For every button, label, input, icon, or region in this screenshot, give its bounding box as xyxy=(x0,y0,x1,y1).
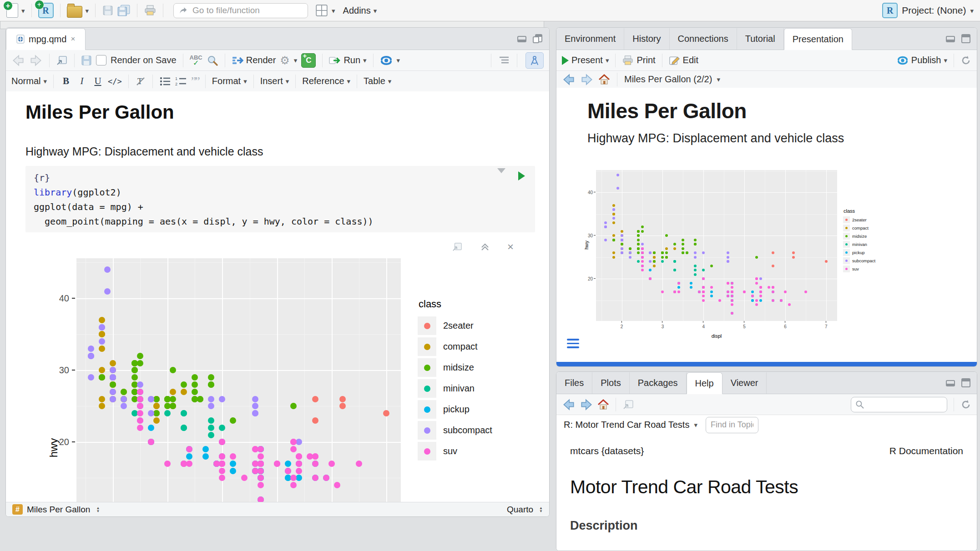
data-point-midsize xyxy=(192,381,198,388)
insert-menu[interactable]: Insert▾ xyxy=(260,76,289,86)
doc-mode-selector[interactable]: Quarto xyxy=(507,505,533,515)
render-button[interactable]: Render xyxy=(232,55,276,65)
doc-mode-arrows-icon[interactable]: ▲▼ xyxy=(539,506,543,513)
tab-label: Packages xyxy=(638,378,678,388)
tab-history[interactable]: History xyxy=(624,28,669,50)
tab-connections[interactable]: Connections xyxy=(670,28,737,50)
present-button[interactable]: Present ▾ xyxy=(562,55,609,65)
topic-caret[interactable]: ▾ xyxy=(694,421,697,428)
maximize-pane-icon[interactable] xyxy=(533,34,543,43)
help-back-icon[interactable] xyxy=(562,399,576,411)
format-menu[interactable]: Format▾ xyxy=(212,76,247,86)
tab-mpg-qmd[interactable]: mpg.qmd × xyxy=(6,28,86,50)
outline-selector[interactable]: Miles Per Gallon xyxy=(27,505,90,515)
new-project-icon[interactable]: R+ xyxy=(38,3,54,18)
outline-selector-arrows-icon[interactable]: ▲▼ xyxy=(96,506,100,513)
minimize-pane-icon[interactable] xyxy=(946,35,956,43)
slide-menu-icon[interactable] xyxy=(567,339,579,351)
find-in-topic-input[interactable] xyxy=(706,417,758,433)
numbered-list-icon[interactable]: 12 xyxy=(175,76,187,86)
data-point-midsize xyxy=(661,251,664,254)
topic-selector[interactable]: R: Motor Trend Car Road Tests xyxy=(564,420,689,430)
minimize-pane-icon[interactable] xyxy=(517,35,527,43)
new-file-caret[interactable]: ▾ xyxy=(21,7,25,14)
slide-forward-icon[interactable] xyxy=(580,74,594,85)
show-in-window-icon[interactable] xyxy=(622,399,634,410)
italic-button[interactable]: I xyxy=(76,75,88,87)
addins-menu[interactable]: Addins ▾ xyxy=(343,5,377,16)
tab-tutorial[interactable]: Tutorial xyxy=(737,28,784,50)
run-menu[interactable]: Run ▾ xyxy=(329,55,366,65)
underline-button[interactable]: U xyxy=(92,75,104,87)
tab-files[interactable]: Files xyxy=(556,372,592,394)
popout-plot-icon[interactable] xyxy=(452,242,463,252)
pane-resize-divider[interactable] xyxy=(556,362,977,366)
rerun-caret[interactable]: ▾ xyxy=(397,57,400,64)
open-file-caret[interactable]: ▾ xyxy=(86,7,89,14)
project-menu[interactable]: R Project: (None) ▾ xyxy=(882,3,974,18)
open-in-window-icon[interactable] xyxy=(56,55,68,66)
document-canvas[interactable]: Miles Per Gallon Highway MPG: Displaceme… xyxy=(6,91,549,502)
help-search-input[interactable] xyxy=(867,399,942,410)
save-icon[interactable] xyxy=(102,5,114,16)
help-search-box[interactable] xyxy=(851,397,947,412)
refresh-icon[interactable] xyxy=(960,55,971,66)
clear-output-icon[interactable]: × xyxy=(507,241,514,252)
print-button[interactable]: Print xyxy=(622,55,655,66)
render-settings-caret[interactable]: ▾ xyxy=(294,57,298,64)
visual-editor-toggle-icon[interactable] xyxy=(525,52,544,69)
tab-presentation[interactable]: Presentation xyxy=(784,28,852,50)
new-file-icon[interactable]: + xyxy=(6,3,18,18)
render-on-save-checkbox[interactable] xyxy=(96,55,106,65)
goto-file-input[interactable] xyxy=(192,5,298,16)
panes-layout-caret[interactable]: ▾ xyxy=(332,7,335,14)
open-file-icon[interactable] xyxy=(67,4,82,18)
help-forward-icon[interactable] xyxy=(580,399,593,411)
panes-layout-icon[interactable] xyxy=(315,4,328,17)
print-icon[interactable] xyxy=(144,5,157,16)
outline-toggle-icon[interactable] xyxy=(498,55,510,65)
tab-viewer[interactable]: Viewer xyxy=(722,372,767,394)
help-refresh-icon[interactable] xyxy=(960,399,971,410)
home-icon[interactable] xyxy=(598,74,610,85)
help-pane: Files Plots Packages Help Viewer R: Moto… xyxy=(556,371,977,551)
edit-button[interactable]: Edit xyxy=(669,55,698,66)
bullet-list-icon[interactable] xyxy=(159,76,171,86)
minimize-pane-icon[interactable] xyxy=(946,379,956,387)
tab-help[interactable]: Help xyxy=(687,372,722,394)
save-all-icon[interactable] xyxy=(117,4,131,17)
forward-icon[interactable] xyxy=(29,55,43,66)
run-chunk-icon[interactable] xyxy=(518,171,525,180)
back-icon[interactable] xyxy=(11,55,25,66)
rerun-icon[interactable] xyxy=(380,55,393,66)
tab-environment[interactable]: Environment xyxy=(556,28,624,50)
slide-selector[interactable]: Miles Per Gallon (2/2) xyxy=(624,74,712,85)
bold-button[interactable]: B xyxy=(60,75,72,87)
maximize-pane-icon[interactable] xyxy=(961,378,970,387)
run-chunks-above-icon[interactable] xyxy=(497,171,506,180)
code-format-button[interactable]: </> xyxy=(108,77,122,86)
find-replace-icon[interactable] xyxy=(207,55,218,66)
spellcheck-icon[interactable]: ABC ✓ xyxy=(190,55,202,66)
maximize-pane-icon[interactable] xyxy=(961,34,970,43)
tab-packages[interactable]: Packages xyxy=(630,372,687,394)
code-chunk[interactable]: {r}library(ggplot2)ggplot(data = mpg) + … xyxy=(25,166,535,232)
render-settings-gear-icon[interactable]: ⚙ xyxy=(280,54,290,67)
collapse-output-icon[interactable] xyxy=(480,242,490,251)
slide-back-icon[interactable] xyxy=(562,74,576,85)
insert-chunk-icon[interactable]: C xyxy=(301,53,316,68)
y-tick-label: 40 xyxy=(588,190,593,195)
publish-button[interactable]: Publish ▾ xyxy=(897,55,947,65)
data-point-suv xyxy=(219,453,225,460)
save-doc-icon[interactable] xyxy=(81,55,92,66)
table-menu[interactable]: Table▾ xyxy=(364,76,391,86)
reference-menu[interactable]: Reference▾ xyxy=(302,76,350,86)
blockquote-icon[interactable]: ”” xyxy=(191,79,199,84)
help-home-icon[interactable] xyxy=(597,399,609,410)
goto-file-box[interactable] xyxy=(173,3,308,18)
tab-plots[interactable]: Plots xyxy=(592,372,629,394)
clear-formatting-icon[interactable]: T xyxy=(135,76,146,87)
paragraph-style-menu[interactable]: Normal ▾ xyxy=(11,76,47,86)
slide-selector-caret[interactable]: ▾ xyxy=(717,76,720,83)
close-tab-icon[interactable]: × xyxy=(71,35,75,44)
